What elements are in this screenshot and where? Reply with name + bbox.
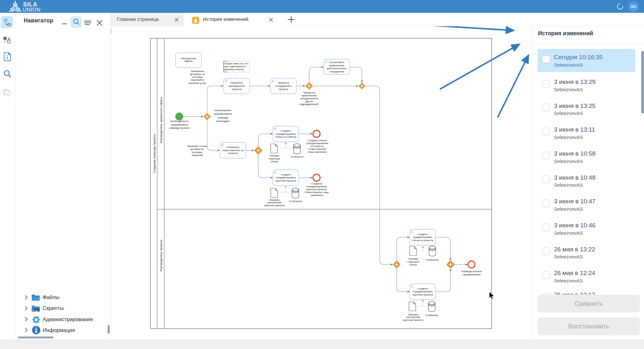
svg-text:$: $ xyxy=(32,308,34,312)
